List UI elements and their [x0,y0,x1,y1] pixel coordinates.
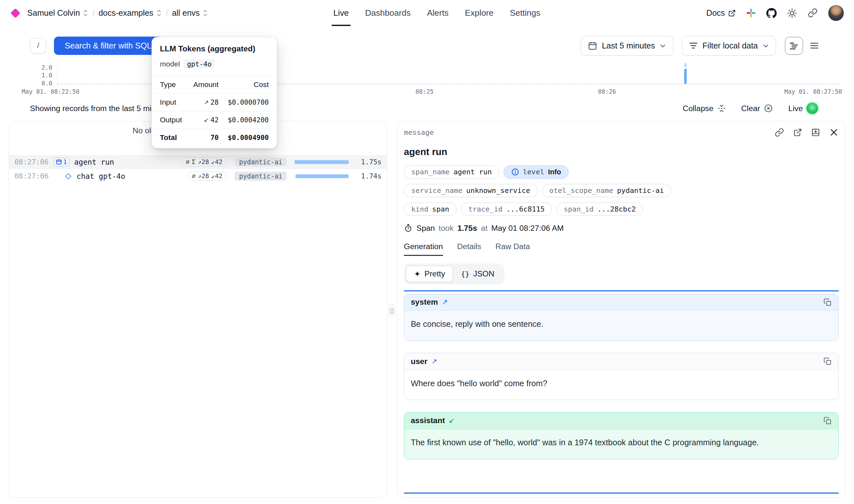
outgoing-arrow-icon: ↗ [442,298,448,306]
chart-bar-marker [684,63,687,67]
chevron-updown-icon [156,9,162,17]
github-icon[interactable] [766,8,777,18]
message-header: user ↗ [404,353,838,370]
clear-button[interactable]: Clear [741,104,773,113]
trace-row-chat-gpt4o[interactable]: 08:27:06 chat gpt-4o ∅ ↗28 ↙42 pydantic-… [9,169,387,183]
copy-icon[interactable] [823,357,832,365]
col-cost: Cost [219,80,269,89]
attr-trace-id[interactable]: trace_id ...6c8115 [461,202,552,216]
tokens-out: ↙42 [211,158,222,166]
attr-kind[interactable]: kind span [404,202,456,216]
duration-bar [294,160,349,164]
share-link-icon[interactable] [808,8,818,18]
attr-level[interactable]: level Info [504,165,568,179]
nav-item-explore[interactable]: Explore [465,0,493,26]
output-arrow-icon: ↙ [204,116,209,124]
took-word: took [439,224,453,233]
y-tick: 1.0 [32,72,52,79]
duration-value: 1.75s [356,158,381,166]
duration-value: 1.74s [356,172,381,180]
project-selector[interactable]: docs-examples [98,8,162,18]
tokens-pill[interactable]: ∅ ↗28 ↙42 [187,172,227,181]
attr-key: trace_id [468,205,503,213]
search-filter-sql-button[interactable]: Search & filter with SQL [54,37,162,55]
filter-local-data-value: Filter local data [703,41,758,50]
close-panel-icon[interactable] [829,128,839,137]
logfire-logo-icon [11,8,21,18]
org-selector[interactable]: Samuel Colvin [27,8,89,18]
scope-tag: pydantic-ai [235,172,287,180]
trace-list-panel: No older records in the last 5 minutes 0… [9,121,387,498]
timeline-chart[interactable]: 2.0 1.0 0.0 May 01. 08:22:50 08:25 08:26… [0,62,854,97]
message-role: user [411,357,427,366]
dock-panel-icon[interactable] [811,128,820,137]
detail-header: message [404,128,838,137]
env-selector[interactable]: all envs [172,8,208,18]
copy-icon[interactable] [823,298,832,306]
filter-local-data-select[interactable]: Filter local data [682,36,776,56]
children-count-badge[interactable]: 1 [54,158,69,166]
took-word: Span [416,224,435,233]
slash-shortcut-key[interactable]: / [30,38,46,54]
token-icon: ∅ [186,158,190,166]
chart-bar[interactable] [684,69,687,84]
project-name: docs-examples [98,8,153,18]
attr-span-name[interactable]: span_name agent run [404,165,499,179]
theme-toggle-sun-icon[interactable] [787,8,797,18]
pretty-view-button[interactable]: ✦ Pretty [406,266,453,282]
attribute-row: span_name agent run level Info [404,165,838,179]
x-tick-end: May 01. 08:27:50 [784,88,842,95]
collapse-label: Collapse [683,104,713,113]
tab-details[interactable]: Details [457,242,481,256]
duration-bar-fill [294,160,349,164]
nav-item-settings[interactable]: Settings [510,0,540,26]
time-range-select[interactable]: Last 5 minutes [581,36,673,56]
message-role: assistant [411,416,445,425]
children-count: 1 [63,159,67,165]
sparkle-icon: ✦ [414,269,421,278]
nav-item-dashboards[interactable]: Dashboards [365,0,411,26]
open-in-new-icon[interactable] [793,128,802,137]
records-bar-actions: Collapse Clear Live [683,103,818,114]
braces-icon: {} [461,270,470,278]
message-system: system ↗ Be concise, reply with one sent… [404,294,838,341]
sigma-aggregate-icon: Σ [192,158,196,166]
nav-item-alerts[interactable]: Alerts [427,0,449,26]
attr-otel-scope[interactable]: otel_scope_name pydantic-ai [542,184,671,197]
span-duration-line: Span took 1.75s at May 01 08:27:06 AM [404,224,838,233]
collapse-button[interactable]: Collapse [683,104,726,113]
json-view-button[interactable]: {} JSON [453,266,502,282]
copy-icon[interactable] [823,417,832,425]
tokens-out: ↙42 [211,173,222,180]
user-avatar[interactable] [828,5,844,21]
nav-item-live[interactable]: Live [333,0,349,26]
docs-link[interactable]: Docs [706,8,736,18]
tab-generation[interactable]: Generation [404,242,443,256]
records-bar: Showing records from the last 5 minutes … [0,101,854,115]
x-tick: 08:25 [415,88,433,95]
panel-resize-handle[interactable] [388,304,396,317]
attr-service-name[interactable]: service_name unknown_service [404,184,538,197]
trace-row-agent-run[interactable]: 08:27:06 1 agent run ∅ Σ ↗28 ↙42 pydanti… [9,155,387,169]
duration-bar [294,174,349,178]
clear-label: Clear [741,104,760,113]
tokens-pill[interactable]: ∅ Σ ↗28 ↙42 [181,157,227,167]
row-cost: $0.0004200 [219,116,269,124]
filter-icon [689,42,697,49]
slack-icon[interactable] [746,8,756,18]
chevron-updown-icon [202,9,208,17]
row-cost: $0.0004900 [219,133,269,142]
attr-key: otel_scope_name [549,186,613,195]
message-body: Be concise, reply with one sentence. [404,311,838,340]
attr-key: level [523,168,544,176]
condensed-list-view-button[interactable] [805,37,823,55]
external-link-icon [728,9,736,17]
tab-raw-data[interactable]: Raw Data [495,242,530,256]
tokens-in: ↗28 [198,158,209,166]
popup-row-output: Output ↙42 $0.0004200 [152,111,277,129]
attr-span-id[interactable]: span_id ...28cbc2 [557,202,643,216]
token-icon: ∅ [192,173,196,180]
copy-link-icon[interactable] [775,128,784,137]
detail-list-view-button[interactable] [785,37,803,55]
live-toggle[interactable]: Live [788,103,818,114]
